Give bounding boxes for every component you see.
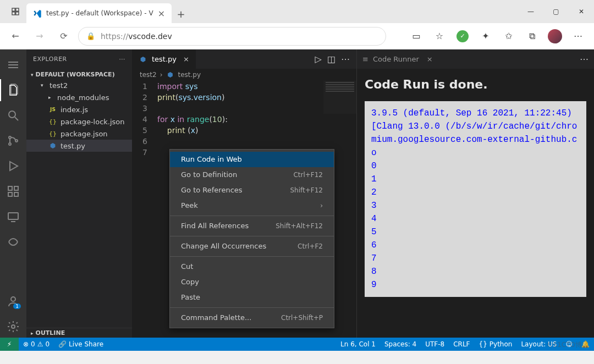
new-tab-button[interactable]: + — [172, 4, 190, 23]
app-menu-icon[interactable] — [4, 0, 26, 23]
browser-tab[interactable]: test.py - default (Workspace) - V × — [26, 3, 172, 23]
outline-header[interactable]: ▸ OUTLINE — [26, 328, 132, 338]
minimap[interactable] — [323, 81, 356, 114]
activity-bar: 1 — [0, 49, 26, 338]
ctx-command-palette[interactable]: Command Palette...Ctrl+Shift+P — [170, 310, 334, 326]
tree-file-package-lock[interactable]: package-lock.json — [26, 115, 132, 128]
remote-indicator[interactable]: ⚡ — [0, 338, 19, 351]
menu-separator — [170, 256, 334, 257]
ctx-paste[interactable]: Paste — [170, 290, 334, 305]
code-runner-panel: ≡ Code Runner × ⋯ Code Run is done. 3.9.… — [356, 49, 594, 338]
ctx-label: Run Code in Web — [181, 154, 242, 165]
collections-icon[interactable]: ⧉ — [521, 26, 542, 46]
menu-separator — [170, 236, 334, 236]
favorite-icon[interactable]: ☆ — [429, 26, 450, 46]
tree-folder-test2[interactable]: ▾ test2 — [26, 79, 132, 91]
toolbar-actions: ▭ ☆ ✓ ✦ ✩ ⧉ ⋯ — [406, 26, 588, 46]
close-icon[interactable]: × — [183, 55, 189, 63]
source-control-icon[interactable] — [0, 130, 26, 152]
close-window-button[interactable]: ✕ — [569, 0, 594, 23]
menu-separator — [170, 216, 334, 216]
sidebar-title: EXPLORER — [33, 56, 67, 63]
split-editor-icon[interactable]: ◫ — [327, 54, 336, 64]
extensions-activity-icon[interactable] — [0, 180, 26, 202]
tab-close-icon[interactable]: × — [158, 8, 165, 19]
extension-dot-icon[interactable]: ✓ — [452, 26, 473, 46]
ctx-go-to-references[interactable]: Go to ReferencesShift+F12 — [170, 183, 334, 198]
debug-icon[interactable] — [0, 155, 26, 177]
status-encoding[interactable]: UTF-8 — [421, 338, 449, 351]
profile-avatar[interactable] — [544, 26, 565, 46]
status-lncol[interactable]: Ln 6, Col 1 — [336, 338, 380, 351]
tree-file-package-json[interactable]: package.json — [26, 128, 132, 140]
tree-file-test-py[interactable]: test.py — [26, 140, 132, 152]
line-number: 3 — [132, 103, 157, 114]
tree-label: package-lock.json — [61, 118, 125, 126]
forward-button[interactable]: → — [30, 26, 50, 46]
ctx-label: Copy — [181, 277, 199, 288]
ctx-find-all-references[interactable]: Find All ReferencesShift+Alt+F12 — [170, 218, 334, 234]
vscode-icon — [33, 9, 42, 18]
breadcrumb[interactable]: test2 › test.py — [132, 69, 356, 81]
explorer-sidebar: EXPLORER ⋯ ▾ DEFAULT (WORKSPACE) ▾ test2… — [26, 49, 132, 338]
line-number: 1 — [132, 81, 157, 92]
ctx-label: Go to Definition — [181, 169, 237, 180]
url-input[interactable]: 🔒 https://vscode.dev — [78, 27, 386, 46]
python-icon — [139, 56, 147, 63]
refresh-button[interactable]: ⟳ — [54, 26, 74, 46]
account-icon[interactable]: 1 — [0, 290, 26, 312]
sidebar-more-icon[interactable]: ⋯ — [119, 56, 126, 63]
tree-folder-node-modules[interactable]: ▸ node_modules — [26, 91, 132, 103]
ctx-go-to-definition[interactable]: Go to DefinitionCtrl+F12 — [170, 167, 334, 183]
svg-point-10 — [9, 143, 11, 145]
address-bar: ← → ⟳ 🔒 https://vscode.dev ▭ ☆ ✓ ✦ ✩ ⧉ ⋯ — [0, 23, 594, 49]
editor-more-icon[interactable]: ⋯ — [341, 54, 350, 64]
workspace-header[interactable]: ▾ DEFAULT (WORKSPACE) — [26, 70, 132, 79]
tree-label: test.py — [61, 142, 85, 150]
runner-heading: Code Run is done. — [365, 78, 586, 91]
status-liveshare[interactable]: 🔗 Live Share — [54, 338, 108, 351]
more-icon[interactable]: ⋯ — [568, 26, 588, 46]
close-icon[interactable]: × — [427, 55, 433, 63]
js-icon: JS — [48, 107, 57, 112]
status-language[interactable]: {} Python — [475, 338, 517, 351]
code-editor[interactable]: 1import sys 2print(sys.version) 3 4for x… — [132, 81, 356, 338]
svg-rect-2 — [12, 12, 15, 15]
breadcrumb-folder: test2 — [140, 71, 157, 79]
tree-file-index-js[interactable]: JS index.js — [26, 103, 132, 115]
status-spaces[interactable]: Spaces: 4 — [380, 338, 421, 351]
ctx-copy[interactable]: Copy — [170, 274, 334, 290]
tree-label: package.json — [61, 130, 108, 138]
back-button[interactable]: ← — [6, 26, 25, 46]
ctx-change-all-occurrences[interactable]: Change All OccurrencesCtrl+F2 — [170, 239, 334, 254]
folder-label: test2 — [50, 81, 68, 90]
run-icon[interactable]: ▷ — [315, 54, 322, 64]
search-icon[interactable] — [0, 104, 26, 126]
runner-tab[interactable]: ≡ Code Runner × — [362, 55, 433, 63]
ctx-cut[interactable]: Cut — [170, 259, 334, 274]
minimize-button[interactable]: — — [518, 0, 543, 23]
error-count: 0 — [31, 340, 35, 348]
activity-menu-icon[interactable] — [0, 54, 26, 76]
svg-rect-1 — [16, 8, 19, 11]
extensions-icon[interactable]: ✦ — [475, 26, 496, 46]
python-icon — [166, 71, 175, 79]
svg-marker-12 — [10, 162, 18, 170]
warning-icon: ⚠ — [37, 340, 43, 348]
ctx-peek[interactable]: Peek› — [170, 198, 334, 213]
maximize-button[interactable]: ▢ — [543, 0, 569, 23]
ctx-shortcut: Shift+F12 — [290, 185, 323, 196]
ctx-run-code-in-web[interactable]: Run Code in Web — [170, 152, 334, 167]
reading-mode-icon[interactable]: ▭ — [406, 26, 427, 46]
status-eol[interactable]: CRLF — [449, 338, 474, 351]
runner-more-icon[interactable]: ⋯ — [580, 54, 588, 64]
status-problems[interactable]: ⊗0 ⚠0 — [19, 338, 54, 351]
chevron-right-icon: ▸ — [48, 95, 54, 100]
favorites-bar-icon[interactable]: ✩ — [498, 26, 519, 46]
settings-gear-icon[interactable] — [0, 316, 26, 338]
references-icon[interactable] — [0, 231, 26, 253]
warning-count: 0 — [45, 340, 50, 348]
remote-explorer-icon[interactable] — [0, 206, 26, 228]
editor-tab-test-py[interactable]: test.py × — [132, 49, 196, 69]
explorer-icon[interactable] — [0, 79, 26, 101]
